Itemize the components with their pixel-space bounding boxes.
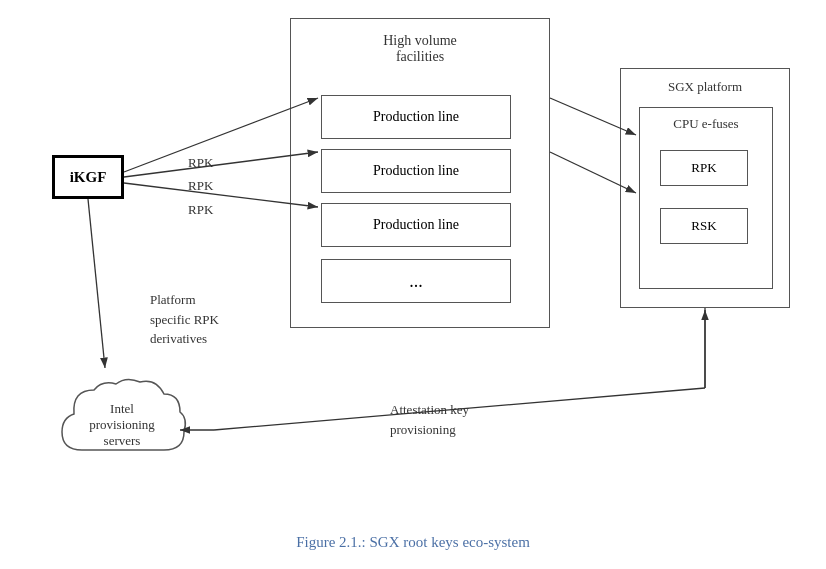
cloud-label: Intelprovisioningservers bbox=[52, 370, 192, 480]
hvf-title: High volumefacilities bbox=[291, 33, 549, 65]
cpu-efuses-box: CPU e-fuses RPK RSK bbox=[639, 107, 773, 289]
rpk-box: RPK bbox=[660, 150, 748, 186]
rpk-label-3: RPK bbox=[188, 202, 213, 218]
attestation-label: Attestation keyprovisioning bbox=[390, 400, 469, 439]
svg-line-2 bbox=[124, 98, 318, 172]
rsk-box: RSK bbox=[660, 208, 748, 244]
rpk-label-1: RPK bbox=[188, 155, 213, 171]
rpk-label-2: RPK bbox=[188, 178, 213, 194]
sgx-title: SGX platform bbox=[621, 79, 789, 95]
platform-derivatives-label: Platformspecific RPKderivatives bbox=[150, 290, 219, 349]
ikgf-label: iKGF bbox=[70, 169, 107, 186]
svg-line-3 bbox=[124, 152, 318, 177]
diagram-container: { "diagram": { "title": "Figure 2.1.: SG… bbox=[0, 0, 826, 569]
production-line-2: Production line bbox=[321, 149, 511, 193]
svg-line-4 bbox=[124, 183, 318, 207]
production-line-dots: ... bbox=[321, 259, 511, 303]
cloud-container: Intelprovisioningservers bbox=[52, 370, 192, 480]
sgx-platform-box: SGX platform CPU e-fuses RPK RSK bbox=[620, 68, 790, 308]
ikgf-box: iKGF bbox=[52, 155, 124, 199]
production-line-3: Production line bbox=[321, 203, 511, 247]
production-line-1: Production line bbox=[321, 95, 511, 139]
figure-caption: Figure 2.1.: SGX root keys eco-system bbox=[296, 534, 530, 551]
hvf-outer-box: High volumefacilities Production line Pr… bbox=[290, 18, 550, 328]
cpu-efuses-title: CPU e-fuses bbox=[640, 116, 772, 132]
svg-line-7 bbox=[88, 199, 105, 368]
